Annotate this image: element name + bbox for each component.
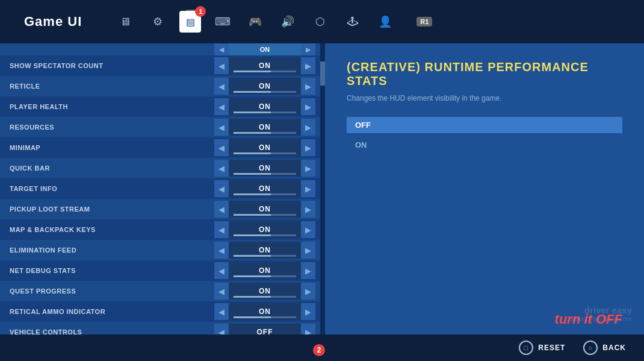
right-arrow-button[interactable]: ▶ — [301, 283, 315, 300]
scrollbar[interactable] — [320, 43, 325, 334]
value-bar — [234, 193, 296, 195]
value-box: ON — [229, 98, 301, 115]
right-arrow-button[interactable]: ▶ — [301, 262, 315, 279]
value-box: ON — [229, 242, 301, 259]
back-label: BACK — [602, 344, 626, 352]
left-arrow-button[interactable]: ◀ — [214, 57, 229, 74]
setting-row[interactable]: MAP & BACKPACK KEYS◀ON▶ — [0, 219, 325, 240]
right-arrow-button[interactable]: ▶ — [301, 160, 315, 177]
value-bar — [234, 234, 296, 236]
value-text: ON — [259, 266, 271, 275]
setting-row[interactable]: VEHICLE CONTROLS◀OFF▶ — [0, 322, 325, 334]
left-arrow-button[interactable]: ◀ — [214, 242, 229, 259]
detail-title: (CREATIVE) RUNTIME PERFORMANCE STATS — [347, 60, 622, 88]
left-arrow-button[interactable]: ◀ — [214, 324, 229, 334]
value-bar-fill — [234, 71, 271, 72]
left-arrow-button[interactable]: ◀ — [214, 180, 229, 197]
value-bar — [234, 296, 296, 298]
audio-icon[interactable]: 🔊 — [277, 11, 299, 33]
control-group: ◀ON▶ — [214, 221, 315, 238]
right-arrow-button[interactable]: ▶ — [301, 57, 315, 74]
detail-subtitle: Changes the HUD element visibility in th… — [347, 94, 622, 102]
value-box: ON — [229, 78, 301, 95]
control-group: ◀ON▶ — [214, 283, 315, 300]
control-group: ◀ON▶ — [214, 57, 315, 74]
setting-label: RESOURCES — [10, 124, 214, 131]
right-arrow-button[interactable]: ▶ — [301, 201, 315, 218]
left-arrow-button[interactable]: ◀ — [214, 139, 229, 156]
left-arrow-button[interactable]: ◀ — [214, 262, 229, 279]
setting-row[interactable]: TARGET INFO◀ON▶ — [0, 178, 325, 199]
right-arrow-button[interactable]: ▶ — [301, 78, 315, 95]
main-content: ◀ ON ▶ SHOW SPECTATOR COUNT◀ON▶RETICLE◀O… — [0, 43, 644, 334]
right-arrow-button[interactable]: ▶ — [301, 242, 315, 259]
watermark-line2: www.DriverEasy.com — [570, 315, 632, 322]
back-button[interactable]: ○ BACK — [583, 341, 626, 355]
value-text: ON — [259, 164, 271, 172]
right-arrow-button[interactable]: ▶ — [301, 221, 315, 238]
network-icon[interactable]: ⬡ — [309, 11, 331, 33]
back-icon: ○ — [583, 341, 598, 355]
page-title: Game UI — [24, 14, 82, 30]
control-group: ◀ON▶ — [214, 180, 315, 197]
reset-button[interactable]: □ RESET — [519, 341, 565, 355]
left-arrow-button[interactable]: ◀ — [214, 160, 229, 177]
left-arrow-button[interactable]: ◀ — [214, 201, 229, 218]
setting-row[interactable]: ELIMINATION FEED◀ON▶ — [0, 240, 325, 260]
value-bar-fill — [234, 316, 271, 318]
left-arrow-button[interactable]: ◀ — [214, 283, 229, 300]
controller-icon[interactable]: 🎮 — [244, 11, 266, 33]
nav-icons: 🖥 ⚙ ▤ 1 ⌨ 🎮 🔊 ⬡ 🕹 👤 — [114, 11, 396, 33]
monitor-icon[interactable]: 🖥 — [114, 11, 136, 33]
top-partial-row: ◀ ON ▶ — [0, 43, 325, 55]
value-box: ON — [229, 303, 301, 320]
gamepad-icon[interactable]: 🕹 — [342, 11, 364, 33]
value-box: ON — [229, 57, 301, 74]
right-arrow-button[interactable]: ▶ — [301, 98, 315, 115]
value-text: OFF — [257, 328, 273, 334]
setting-row[interactable]: MINIMAP◀ON▶ — [0, 137, 325, 158]
settings-icon[interactable]: ⚙ — [147, 11, 169, 33]
header: L1 Game UI 🖥 ⚙ ▤ 1 ⌨ 🎮 🔊 ⬡ 🕹 👤 R1 — [0, 0, 644, 43]
control-group: ◀ON▶ — [214, 98, 315, 115]
value-bar — [234, 255, 296, 257]
ui-icon[interactable]: ▤ 1 — [179, 11, 201, 33]
left-arrow-button[interactable]: ◀ — [214, 119, 229, 136]
control-group: ◀ON▶ — [214, 242, 315, 259]
right-arrow-button[interactable]: ▶ — [301, 180, 315, 197]
value-bar-fill — [234, 111, 271, 113]
value-text: ON — [259, 123, 271, 131]
setting-row[interactable]: RETICAL AMMO INDICATOR◀ON▶ — [0, 301, 325, 322]
keyboard-icon[interactable]: ⌨ — [212, 11, 234, 33]
reset-icon: □ — [519, 341, 533, 355]
value-bar — [234, 214, 296, 216]
option-item[interactable]: OFF — [347, 117, 622, 133]
setting-label: QUEST PROGRESS — [10, 287, 214, 295]
left-arrow-button[interactable]: ◀ — [214, 98, 229, 115]
left-arrow-button[interactable]: ◀ — [214, 221, 229, 238]
user-icon[interactable]: 👤 — [374, 11, 396, 33]
right-arrow-button[interactable]: ▶ — [301, 139, 315, 156]
right-arrow-button[interactable]: ▶ — [301, 303, 315, 320]
value-text: ON — [259, 61, 271, 70]
setting-row[interactable]: PICKUP LOOT STREAM◀ON▶ — [0, 199, 325, 219]
control-group: ◀OFF▶ — [214, 324, 315, 334]
value-text: ON — [259, 205, 271, 213]
setting-row[interactable]: QUICK BAR◀ON▶ — [0, 158, 325, 178]
setting-row[interactable]: NET DEBUG STATS◀ON▶ — [0, 260, 325, 281]
setting-row[interactable]: QUEST PROGRESS◀ON▶ — [0, 281, 325, 301]
value-box: ON — [229, 180, 301, 197]
setting-label: VEHICLE CONTROLS — [10, 328, 214, 334]
right-arrow-button[interactable]: ▶ — [301, 119, 315, 136]
right-arrow-button[interactable]: ▶ — [301, 324, 315, 334]
left-arrow-button[interactable]: ◀ — [214, 78, 229, 95]
setting-label: TARGET INFO — [10, 185, 214, 192]
r1-badge: R1 — [416, 17, 432, 27]
option-item[interactable]: ON — [347, 137, 622, 153]
value-bar — [234, 152, 296, 154]
setting-row[interactable]: RESOURCES◀ON▶ — [0, 117, 325, 137]
left-arrow-button[interactable]: ◀ — [214, 303, 229, 320]
setting-row[interactable]: PLAYER HEALTH◀ON▶ — [0, 96, 325, 117]
setting-row[interactable]: RETICLE◀ON▶ — [0, 76, 325, 96]
setting-row[interactable]: SHOW SPECTATOR COUNT◀ON▶ — [0, 55, 325, 76]
